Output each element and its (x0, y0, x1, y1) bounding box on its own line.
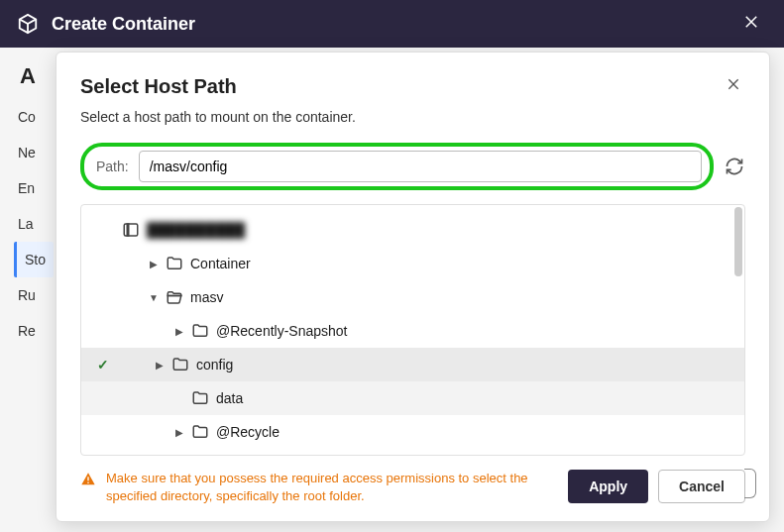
chevron-right-icon[interactable]: ▶ (147, 259, 161, 269)
tree-label: @Recycle (216, 424, 280, 440)
svg-rect-2 (87, 477, 88, 480)
folder-closed-icon (165, 255, 184, 272)
cube-icon (16, 12, 40, 36)
dialog-close-icon[interactable] (722, 72, 745, 101)
sidebar-item-re[interactable]: Re (14, 313, 54, 349)
tree-node-data[interactable]: ▶ data (81, 381, 744, 415)
chevron-right-icon[interactable]: ▶ (172, 326, 186, 337)
select-host-path-dialog: Select Host Path Select a host path to m… (56, 52, 770, 522)
titlebar-close-icon[interactable] (734, 9, 768, 40)
tree-root-label: ██████████ (147, 222, 245, 238)
nas-icon (121, 221, 141, 239)
check-icon: ✓ (93, 357, 113, 372)
tree-node-recycle[interactable]: ▶ @Recycle (81, 415, 744, 449)
sidebar-item-ru[interactable]: Ru (14, 277, 54, 313)
path-label: Path: (96, 159, 129, 174)
tree-node-masv-1[interactable]: ▶ masv-1 (81, 449, 744, 456)
refresh-icon[interactable] (724, 156, 745, 177)
cancel-button[interactable]: Cancel (658, 470, 745, 503)
warning-icon (80, 472, 96, 490)
warning-text: Make sure that you possess the required … (106, 470, 558, 505)
tree-node-config[interactable]: ✓ ▶ config (81, 348, 744, 381)
chevron-right-icon[interactable]: ▶ (172, 427, 186, 438)
tree-label: Container (190, 256, 251, 271)
chevron-down-icon[interactable]: ▼ (147, 292, 161, 303)
svg-rect-1 (127, 224, 129, 236)
folder-closed-icon (170, 356, 190, 373)
titlebar-title: Create Container (52, 14, 734, 35)
folder-open-icon (165, 288, 184, 306)
scrollbar[interactable] (734, 207, 742, 276)
sidebar-item-co[interactable]: Co (14, 99, 54, 135)
folder-closed-icon (190, 389, 210, 407)
tree-label: config (196, 357, 233, 372)
sidebar: Co Ne En La Sto Ru Re (14, 99, 54, 349)
tree-label: @Recently-Snapshot (216, 323, 348, 339)
folder-closed-icon (190, 423, 210, 441)
path-highlight: Path: (80, 143, 714, 190)
dialog-subtitle: Select a host path to mount on the conta… (80, 109, 745, 125)
sidebar-item-en[interactable]: En (14, 170, 54, 206)
titlebar: Create Container (0, 0, 784, 48)
folder-closed-icon (190, 322, 210, 340)
tree-node-recently-snapshot[interactable]: ▶ @Recently-Snapshot (81, 314, 744, 348)
chevron-right-icon[interactable]: ▶ (153, 360, 167, 371)
sidebar-item-la[interactable]: La (14, 206, 54, 242)
tree-root[interactable]: ██████████ (81, 213, 744, 247)
tree-node-masv[interactable]: ▼ masv (81, 280, 744, 314)
tree-label: data (216, 390, 243, 406)
path-input[interactable] (139, 151, 702, 182)
dialog-title: Select Host Path (80, 75, 722, 98)
sidebar-item-sto[interactable]: Sto (14, 242, 54, 277)
sidebar-item-ne[interactable]: Ne (14, 135, 54, 170)
apply-button[interactable]: Apply (568, 470, 648, 503)
svg-rect-3 (87, 481, 88, 482)
tree-container: ██████████ ▶ Container ▼ masv ▶ @Recentl… (80, 204, 745, 456)
svg-rect-0 (124, 224, 138, 236)
tree-label: masv (190, 289, 223, 305)
tree-node-container[interactable]: ▶ Container (81, 247, 744, 280)
background-panel-edge (744, 469, 756, 498)
